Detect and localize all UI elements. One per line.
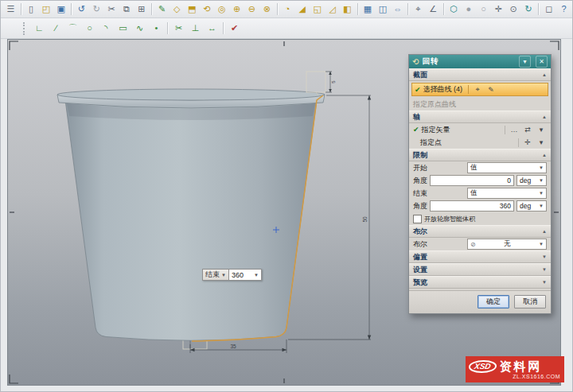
- orient-view-icon[interactable]: ⬡: [446, 2, 460, 17]
- shaded-view-icon[interactable]: ●: [462, 2, 475, 17]
- toolbar-grip[interactable]: [23, 22, 28, 35]
- sketch-section-icon[interactable]: ✎: [485, 84, 497, 95]
- extrude-icon[interactable]: ⬒: [185, 2, 199, 17]
- onscreen-limit-input[interactable]: 结束 ▼ 360 ▼: [202, 269, 262, 281]
- edge-blend-icon[interactable]: ◔: [281, 2, 294, 17]
- trim-body-icon[interactable]: ◧: [341, 2, 354, 17]
- limit-field-dropdown[interactable]: 结束 ▼: [202, 269, 229, 281]
- start-label: 开始: [413, 163, 427, 173]
- pattern-feature-icon[interactable]: ▦: [361, 2, 375, 17]
- redo-icon[interactable]: ↻: [90, 2, 103, 17]
- boolean-select[interactable]: ⊘ 无 ▼: [467, 239, 547, 250]
- chamfer-icon[interactable]: ◢: [295, 2, 309, 17]
- new-file-icon[interactable]: ▯: [25, 2, 38, 17]
- hole-icon[interactable]: ◎: [215, 2, 228, 17]
- bucket-rim-top[interactable]: [57, 89, 325, 100]
- chevron-down-icon: ▼: [539, 165, 544, 170]
- bucket-body[interactable]: [65, 100, 317, 340]
- subtract-icon[interactable]: ⊖: [245, 2, 259, 17]
- limit-value-input[interactable]: 360 ▼: [229, 269, 262, 281]
- studio-spline-icon[interactable]: ∿: [132, 21, 147, 36]
- line-icon[interactable]: ∕: [49, 21, 64, 36]
- boolean-label: 布尔: [413, 239, 427, 250]
- profile-icon[interactable]: ∟: [32, 21, 47, 36]
- mirror-feature-icon[interactable]: ◫: [376, 2, 389, 17]
- zoom-view-icon[interactable]: ⊙: [507, 2, 520, 17]
- undo-icon[interactable]: ↺: [75, 2, 88, 17]
- finish-sketch-icon[interactable]: ✔: [227, 21, 242, 36]
- group-label-offset: 偏置: [413, 252, 427, 262]
- vector-method-dropdown-icon[interactable]: ▾: [536, 125, 547, 135]
- move-object-icon[interactable]: ⇔: [391, 2, 404, 17]
- menu-icon[interactable]: ☰: [4, 2, 18, 17]
- window-icon[interactable]: ◻: [542, 2, 555, 17]
- dialog-titlebar[interactable]: ⟲ 回转 ▾ ✕: [409, 55, 551, 68]
- curve-rule-icon[interactable]: ⌖: [472, 84, 483, 95]
- watermark-logo: XSD: [468, 360, 497, 373]
- reverse-direction-icon[interactable]: ⇄: [522, 125, 533, 135]
- rapid-dimension-icon[interactable]: ↔: [205, 21, 220, 36]
- ok-button[interactable]: 确定: [477, 295, 509, 309]
- sketch-icon[interactable]: ✎: [155, 2, 169, 17]
- start-angle-input[interactable]: 0: [430, 175, 514, 186]
- vector-dialog-icon[interactable]: …: [509, 125, 520, 135]
- select-curve-row[interactable]: ✔ 选择曲线 (4) ⌖ ✎: [411, 83, 548, 96]
- cut-icon[interactable]: ✂: [105, 2, 119, 17]
- group-header-preview[interactable]: 预览 ▼: [409, 276, 551, 289]
- pan-view-icon[interactable]: ✛: [492, 2, 505, 17]
- measure-icon[interactable]: ⌖: [411, 2, 425, 17]
- datum-plane-icon[interactable]: ◇: [170, 2, 184, 17]
- toolbar-separator: [277, 3, 278, 15]
- group-header-offset[interactable]: 偏置 ▼: [409, 250, 551, 263]
- group-header-section[interactable]: 截面 ▲: [409, 68, 551, 81]
- toolbar-separator: [151, 3, 152, 15]
- open-file-icon[interactable]: ◰: [40, 2, 53, 17]
- boolean-none-icon: ⊘: [470, 241, 476, 248]
- start-angle-unit-select[interactable]: deg ▼: [516, 175, 547, 186]
- circle-icon[interactable]: ○: [82, 21, 97, 36]
- wireframe-view-icon[interactable]: ○: [477, 2, 490, 17]
- dialog-close-icon[interactable]: ✕: [536, 56, 548, 68]
- unite-icon[interactable]: ⊕: [230, 2, 244, 17]
- start-limit-row: 开始 值 ▼: [409, 161, 551, 174]
- geometric-constraints-icon[interactable]: ⊥: [188, 21, 203, 36]
- arc-icon[interactable]: ⌒: [65, 21, 80, 36]
- group-header-boolean[interactable]: 布尔 ▲: [409, 225, 551, 238]
- point-icon[interactable]: •: [149, 21, 164, 36]
- specify-vector-row[interactable]: ✔ 指定矢量 … ⇄ ▾: [409, 123, 551, 136]
- fillet-icon[interactable]: ◝: [99, 21, 114, 36]
- analysis-icon[interactable]: ∠: [427, 2, 440, 17]
- open-profile-label: 开放轮廓智能体积: [424, 215, 475, 223]
- cancel-button[interactable]: 取消: [514, 295, 546, 309]
- copy-icon[interactable]: ⧉: [120, 2, 134, 17]
- dialog-options-icon[interactable]: ▾: [519, 56, 531, 68]
- end-angle-input[interactable]: 360: [430, 200, 514, 212]
- rectangle-icon[interactable]: ▭: [115, 21, 131, 36]
- open-profile-checkbox[interactable]: [413, 215, 422, 223]
- help-icon[interactable]: ?: [557, 2, 571, 17]
- point-method-dropdown-icon[interactable]: ▾: [536, 138, 547, 148]
- end-limit-select[interactable]: 值 ▼: [467, 188, 547, 199]
- graphics-window[interactable]: 5 50 35: [7, 39, 561, 386]
- dialog-title: 回转: [422, 56, 439, 67]
- specify-point-row[interactable]: 指定点 ✛ ▾: [409, 136, 551, 149]
- end-angle-unit-select[interactable]: deg ▼: [516, 200, 547, 212]
- group-header-settings[interactable]: 设置 ▼: [409, 263, 551, 276]
- collapse-icon: ▲: [542, 114, 547, 119]
- rotate-view-icon[interactable]: ↻: [522, 2, 536, 17]
- end-angle-value: 360: [500, 202, 511, 210]
- intersect-icon[interactable]: ⊗: [260, 2, 274, 17]
- quick-trim-icon[interactable]: ✂: [171, 21, 186, 36]
- group-header-axis[interactable]: 轴 ▲: [409, 111, 551, 123]
- revolve-icon[interactable]: ⟲: [201, 2, 214, 17]
- toolbar-separator: [167, 22, 168, 34]
- start-angle-label: 角度: [413, 176, 427, 186]
- start-angle-row: 角度 0 deg ▼: [409, 174, 551, 187]
- start-limit-select[interactable]: 值 ▼: [467, 162, 547, 173]
- paste-icon[interactable]: ⊞: [134, 2, 148, 17]
- shell-icon[interactable]: ◱: [310, 2, 324, 17]
- group-header-limits[interactable]: 限制 ▲: [409, 149, 551, 161]
- point-dialog-icon[interactable]: ✛: [522, 138, 533, 148]
- save-icon[interactable]: ▣: [54, 2, 68, 17]
- draft-icon[interactable]: ◿: [325, 2, 339, 17]
